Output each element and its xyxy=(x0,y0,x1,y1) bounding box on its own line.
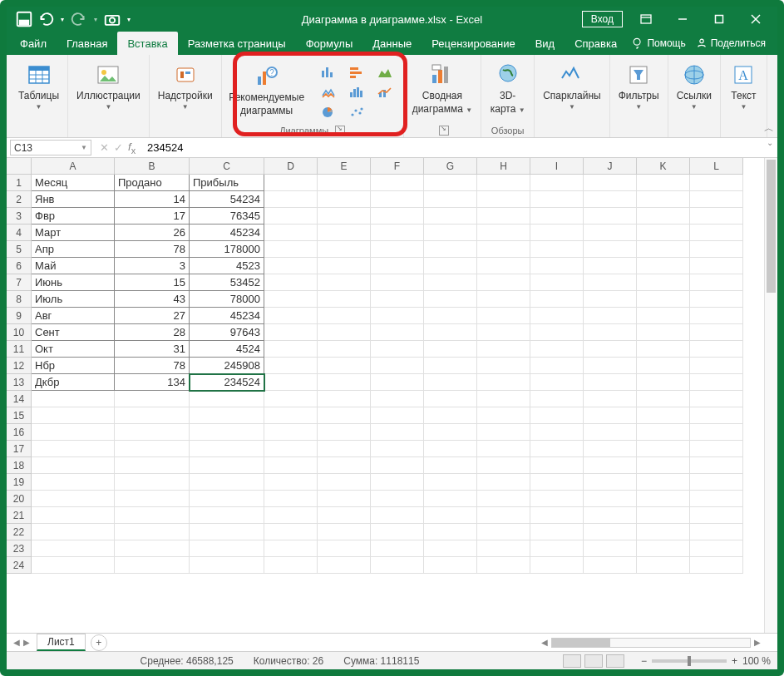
cell[interactable] xyxy=(190,441,264,457)
cell[interactable] xyxy=(318,491,371,507)
cell[interactable] xyxy=(690,457,743,474)
cell[interactable] xyxy=(477,308,530,324)
cell[interactable] xyxy=(530,474,584,491)
cell[interactable] xyxy=(424,291,477,308)
cell[interactable] xyxy=(371,191,424,208)
cell[interactable] xyxy=(264,474,318,491)
cell[interactable] xyxy=(264,374,318,391)
pie-chart-icon[interactable] xyxy=(315,103,342,121)
cell[interactable] xyxy=(32,391,115,407)
cell[interactable] xyxy=(584,407,637,424)
cell[interactable] xyxy=(584,241,637,258)
cell[interactable] xyxy=(371,391,424,407)
cell[interactable] xyxy=(477,424,530,441)
cell[interactable]: 3 xyxy=(115,258,190,274)
cell[interactable] xyxy=(584,491,637,507)
cell[interactable] xyxy=(264,208,318,225)
cell[interactable] xyxy=(115,557,190,574)
cell[interactable] xyxy=(690,191,743,208)
cell[interactable]: 15 xyxy=(115,274,190,291)
cell[interactable]: 17 xyxy=(115,208,190,225)
view-pagebreak-button[interactable] xyxy=(606,654,624,668)
cell[interactable] xyxy=(318,557,371,574)
cell[interactable] xyxy=(371,225,424,241)
cell[interactable] xyxy=(371,374,424,391)
cell[interactable] xyxy=(477,274,530,291)
cell[interactable] xyxy=(424,540,477,557)
cell[interactable] xyxy=(371,441,424,457)
cell[interactable] xyxy=(637,341,690,358)
cell[interactable]: 28 xyxy=(115,324,190,341)
cell[interactable] xyxy=(477,191,530,208)
cell[interactable]: 78000 xyxy=(190,291,264,308)
tab-view[interactable]: Вид xyxy=(525,32,565,55)
cell[interactable] xyxy=(371,175,424,191)
cell[interactable] xyxy=(477,441,530,457)
cell[interactable] xyxy=(318,374,371,391)
cell[interactable] xyxy=(264,524,318,540)
cell[interactable] xyxy=(690,258,743,274)
cell[interactable] xyxy=(264,407,318,424)
cell[interactable] xyxy=(477,491,530,507)
cell[interactable] xyxy=(477,507,530,524)
illustrations-button[interactable]: Иллюстрации ▼ xyxy=(73,60,144,112)
cell[interactable] xyxy=(371,258,424,274)
cell[interactable] xyxy=(530,407,584,424)
cell[interactable] xyxy=(584,175,637,191)
cell[interactable] xyxy=(690,557,743,574)
cell[interactable] xyxy=(637,358,690,374)
cell[interactable] xyxy=(424,457,477,474)
view-normal-button[interactable] xyxy=(563,654,581,668)
cell[interactable] xyxy=(637,424,690,441)
cell[interactable] xyxy=(637,457,690,474)
tab-file[interactable]: Файл xyxy=(10,32,57,55)
cell[interactable] xyxy=(424,225,477,241)
cell[interactable]: 178000 xyxy=(190,241,264,258)
cell[interactable] xyxy=(32,407,115,424)
row-header[interactable]: 4 xyxy=(7,225,32,241)
ribbon-options-icon[interactable] xyxy=(628,7,664,32)
add-sheet-button[interactable]: + xyxy=(91,634,107,651)
cell[interactable] xyxy=(477,175,530,191)
cell[interactable] xyxy=(318,407,371,424)
scroll-right-icon[interactable]: ▶ xyxy=(754,638,761,647)
row-header[interactable]: 14 xyxy=(7,391,32,407)
row-header[interactable]: 2 xyxy=(7,191,32,208)
cell[interactable] xyxy=(637,540,690,557)
filters-button[interactable]: Фильтры ▼ xyxy=(615,60,663,112)
tab-review[interactable]: Рецензирование xyxy=(422,32,525,55)
cell[interactable] xyxy=(637,524,690,540)
cell[interactable] xyxy=(190,557,264,574)
row-header[interactable]: 12 xyxy=(7,358,32,374)
cell[interactable] xyxy=(190,491,264,507)
3d-map-button[interactable]: 3D- карта ▼ xyxy=(487,60,529,116)
cell[interactable] xyxy=(530,208,584,225)
cell[interactable] xyxy=(32,491,115,507)
cell[interactable] xyxy=(190,391,264,407)
cell[interactable] xyxy=(264,241,318,258)
fx-icon[interactable]: fx xyxy=(128,141,136,155)
cell[interactable] xyxy=(424,274,477,291)
cell[interactable]: 234524 xyxy=(190,374,264,391)
cell[interactable] xyxy=(318,474,371,491)
cell[interactable] xyxy=(637,274,690,291)
cell[interactable] xyxy=(371,274,424,291)
tab-pagelayout[interactable]: Разметка страницы xyxy=(178,32,296,55)
cell[interactable] xyxy=(115,457,190,474)
text-button[interactable]: A Текст ▼ xyxy=(727,60,760,112)
row-header[interactable]: 17 xyxy=(7,441,32,457)
cell[interactable] xyxy=(690,391,743,407)
column-header[interactable]: A xyxy=(32,158,115,175)
cell[interactable]: Янв xyxy=(32,191,115,208)
cell[interactable] xyxy=(690,358,743,374)
tellme-button[interactable]: Помощь xyxy=(632,37,685,49)
undo-drop-icon[interactable]: ▾ xyxy=(58,10,67,28)
cell[interactable] xyxy=(637,324,690,341)
scroll-left-icon[interactable]: ◀ xyxy=(541,638,548,647)
cell[interactable] xyxy=(530,258,584,274)
cell[interactable] xyxy=(584,324,637,341)
column-header[interactable]: E xyxy=(318,158,371,175)
cell[interactable] xyxy=(477,457,530,474)
cell[interactable] xyxy=(115,491,190,507)
cell[interactable] xyxy=(32,457,115,474)
